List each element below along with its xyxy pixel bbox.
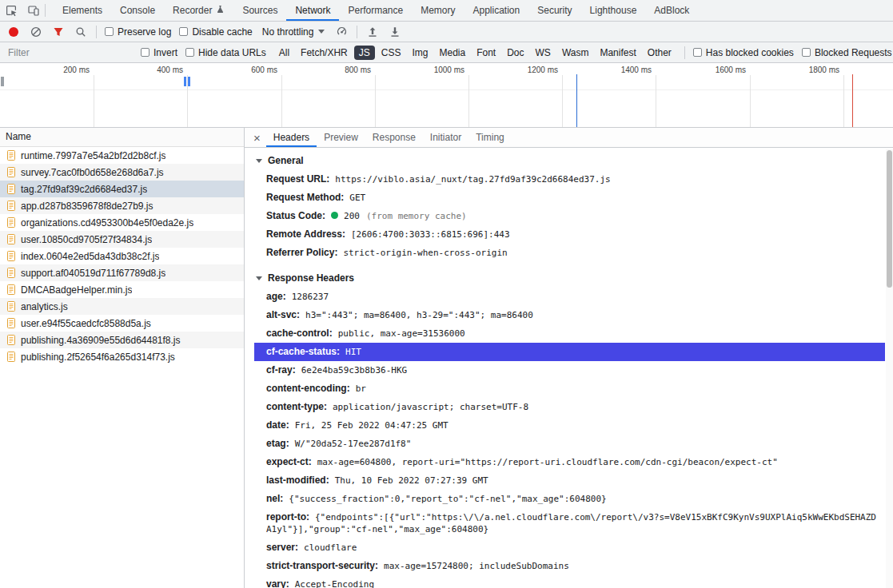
invert-checkbox[interactable]: Invert: [141, 47, 177, 58]
filter-type-ws[interactable]: WS: [531, 46, 556, 60]
filter-type-manifest[interactable]: Manifest: [595, 46, 640, 60]
filter-type-img[interactable]: Img: [407, 46, 433, 60]
tab-adblock[interactable]: AdBlock: [645, 0, 698, 21]
details-tab-initiator[interactable]: Initiator: [423, 128, 468, 147]
header-value: application/javascript; charset=UTF-8: [333, 402, 528, 412]
tab-security[interactable]: Security: [528, 0, 580, 21]
filter-type-other[interactable]: Other: [643, 46, 676, 60]
details-tab-preview[interactable]: Preview: [317, 128, 365, 147]
details-tab-timing[interactable]: Timing: [468, 128, 512, 147]
name-column-label: Name: [6, 131, 31, 142]
filter-type-fetch-xhr[interactable]: Fetch/XHR: [296, 46, 353, 60]
tab-elements[interactable]: Elements: [54, 0, 111, 21]
request-row[interactable]: survey.7cac0fb0d658e268d6a7.js: [0, 164, 244, 181]
devtools-tab-label: Elements: [62, 5, 102, 16]
export-har-button[interactable]: [388, 25, 402, 39]
checkbox-box: [693, 48, 702, 57]
js-file-icon: [6, 217, 16, 228]
request-name: user.e94f55caedcfc8588d5a.js: [21, 318, 151, 329]
request-row[interactable]: runtime.7997a7e54a2bf2d2b8cf.js: [0, 147, 244, 164]
preserve-log-checkbox[interactable]: Preserve log: [105, 26, 171, 38]
request-list-panel: Name runtime.7997a7e54a2bf2d2b8cf.js sur…: [0, 128, 245, 588]
record-button[interactable]: [6, 25, 21, 39]
tab-performance[interactable]: Performance: [339, 0, 412, 21]
device-toolbar-icon: [27, 4, 40, 17]
details-tab-response[interactable]: Response: [365, 128, 423, 147]
filter-type-wasm[interactable]: Wasm: [557, 46, 594, 60]
request-row[interactable]: user.10850cd9705f27f34834.js: [0, 231, 244, 248]
has-blocked-cookies-checkbox[interactable]: Has blocked cookies: [693, 47, 794, 58]
request-row[interactable]: organizations.cd4953300b4e5f0eda2e.js: [0, 214, 244, 231]
filter-type-font[interactable]: Font: [472, 46, 500, 60]
filter-type-all[interactable]: All: [274, 46, 294, 60]
name-column-header[interactable]: Name: [0, 128, 244, 147]
inspect-icon: [5, 4, 18, 17]
request-row[interactable]: DMCABadgeHelper.min.js: [0, 281, 244, 298]
js-file-icon: [6, 284, 16, 295]
header-name: content-type:: [266, 401, 327, 412]
tab-sources[interactable]: Sources: [233, 0, 286, 21]
filter-type-doc[interactable]: Doc: [502, 46, 528, 60]
tab-network[interactable]: Network: [286, 0, 339, 21]
js-file-icon: [6, 352, 16, 362]
request-name: publishing.2f52654f6a265d314f73.js: [21, 352, 175, 363]
network-toolbar: Preserve log Disable cache No throttling: [0, 22, 893, 42]
tab-application[interactable]: Application: [464, 0, 529, 21]
scrollbar-thumb[interactable]: [887, 150, 892, 288]
tab-console[interactable]: Console: [111, 0, 164, 21]
request-row[interactable]: publishing.2f52654f6a265d314f73.js: [0, 348, 244, 365]
tab-memory[interactable]: Memory: [412, 0, 464, 21]
request-row[interactable]: tag.27fd9af39c2d6684ed37.js: [0, 181, 244, 197]
tab-recorder[interactable]: Recorder: [164, 0, 233, 21]
filter-type-js[interactable]: JS: [354, 46, 375, 60]
request-row[interactable]: analytics.js: [0, 298, 244, 315]
details-tab-headers[interactable]: Headers: [266, 128, 317, 147]
status-dot-icon: [331, 212, 338, 219]
vertical-scrollbar[interactable]: [886, 149, 893, 588]
request-row[interactable]: user.e94f55caedcfc8588d5a.js: [0, 315, 244, 332]
checkbox-box: [105, 27, 114, 36]
filter-input[interactable]: [6, 46, 133, 59]
separator: [96, 26, 97, 38]
js-file-icon: [6, 251, 16, 261]
request-row[interactable]: index.0604e2ed5da43db38c2f.js: [0, 248, 244, 264]
tab-lighthouse[interactable]: Lighthouse: [581, 0, 646, 21]
js-file-icon: [6, 167, 16, 177]
header-row-request-url: Request URL:https://viblo.asia/_nuxt/tag…: [254, 170, 885, 189]
request-row[interactable]: support.af040519d711f67789d8.js: [0, 264, 244, 281]
timeline-overview[interactable]: 200 ms400 ms600 ms800 ms1000 ms1200 ms14…: [0, 63, 893, 128]
throttling-select[interactable]: No throttling: [261, 26, 327, 38]
request-row[interactable]: publishing.4a36909e55d6d64481f8.js: [0, 332, 244, 348]
response-headers-section-header[interactable]: Response Headers: [254, 268, 885, 288]
hide-data-urls-checkbox[interactable]: Hide data URLs: [185, 47, 266, 58]
network-conditions-button[interactable]: [334, 25, 349, 39]
js-file-icon: [6, 201, 16, 211]
close-details-button[interactable]: ×: [248, 128, 266, 147]
clear-button[interactable]: [29, 25, 43, 39]
inspect-element-button[interactable]: [0, 0, 22, 21]
header-name: Request Method:: [266, 192, 344, 203]
blocked-requests-checkbox[interactable]: Blocked Requests: [802, 47, 892, 58]
timeline-dom-content-loaded-line: [576, 74, 577, 127]
request-row[interactable]: app.d287b8359678f8de27b9.js: [0, 197, 244, 214]
header-row-content-type: content-type:application/javascript; cha…: [254, 398, 885, 416]
invert-label: Invert: [153, 47, 177, 58]
separator: [684, 46, 685, 59]
network-conditions-icon: [336, 26, 348, 38]
general-section-header[interactable]: General: [254, 151, 885, 170]
header-value: cloudflare: [304, 542, 357, 553]
filter-type-css[interactable]: CSS: [377, 46, 406, 60]
device-toolbar-button[interactable]: [22, 0, 45, 21]
filter-type-media[interactable]: Media: [434, 46, 470, 60]
disable-cache-checkbox[interactable]: Disable cache: [179, 26, 252, 38]
search-button[interactable]: [74, 25, 88, 39]
request-name: publishing.4a36909e55d6d64481f8.js: [21, 335, 181, 346]
timeline-tick-label: 1200 ms: [528, 66, 562, 74]
header-row-age: age:1286237: [254, 288, 885, 306]
header-value: br: [356, 383, 366, 394]
import-har-button[interactable]: [365, 25, 380, 39]
header-name: report-to:: [266, 511, 309, 522]
throttling-value: No throttling: [262, 26, 314, 38]
timeline-gridline: [750, 75, 751, 127]
filter-toggle-button[interactable]: [51, 25, 66, 39]
